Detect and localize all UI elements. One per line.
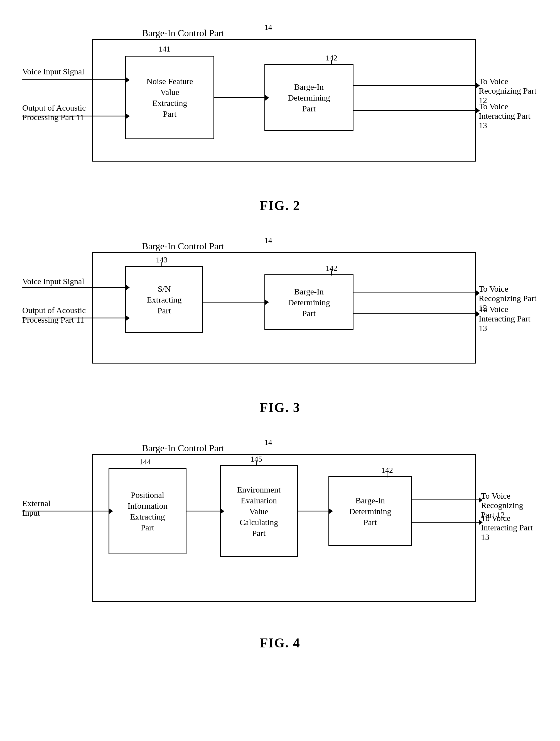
fig2-ref141: 141 bbox=[159, 45, 170, 54]
fig2-outer-label: Barge-In Control Part bbox=[142, 28, 224, 39]
fig4-outer-label: Barge-In Control Part bbox=[142, 443, 224, 454]
fig3-box143: S/N Extracting Part bbox=[125, 266, 203, 333]
fig4-input1-label: External Input bbox=[22, 499, 51, 518]
figure-4-section: Barge-In Control Part 14 Positional Info… bbox=[22, 437, 538, 651]
fig2-input2-label: Output of Acoustic Processing Part 11 bbox=[22, 103, 86, 122]
fig4-box144: Positional Information Extracting Part bbox=[108, 468, 186, 554]
fig3-out2-label: To Voice Interacting Part 13 bbox=[479, 305, 538, 333]
fig4-box145: Environment Evaluation Value Calculating… bbox=[220, 465, 298, 557]
fig2-leader14 bbox=[268, 30, 268, 40]
fig3-title: FIG. 3 bbox=[22, 400, 538, 415]
fig4-ref14: 14 bbox=[264, 438, 272, 447]
fig3-input2-label: Output of Acoustic Processing Part 11 bbox=[22, 306, 86, 325]
fig2-box141: Noise Feature Value Extracting Part bbox=[125, 56, 214, 139]
fig2-box142: Barge-In Determining Part bbox=[264, 64, 353, 131]
fig3-arrow-mid bbox=[203, 302, 265, 302]
fig2-input1-label: Voice Input Signal bbox=[22, 67, 84, 76]
fig2-ref14: 14 bbox=[264, 23, 272, 32]
fig2-out2-label: To Voice Interacting Part 13 bbox=[479, 102, 538, 130]
fig4-arrow-out1 bbox=[412, 499, 479, 500]
fig2-title: FIG. 2 bbox=[22, 198, 538, 213]
fig3-ref14: 14 bbox=[264, 236, 272, 245]
fig3-input1-label: Voice Input Signal bbox=[22, 277, 84, 286]
fig4-arrow-out2 bbox=[412, 522, 479, 523]
fig3-outer-label: Barge-In Control Part bbox=[142, 241, 224, 252]
fig3-leader142 bbox=[331, 270, 332, 275]
fig4-leader144 bbox=[145, 464, 145, 469]
fig4-leader142 bbox=[387, 472, 387, 477]
fig3-arrow-out2 bbox=[353, 314, 476, 314]
fig4-out2-label: To Voice Interacting Part 13 bbox=[481, 514, 538, 542]
fig3-leader14 bbox=[268, 243, 268, 253]
fig2-arrow-out2 bbox=[353, 110, 476, 111]
fig3-leader143 bbox=[161, 262, 162, 267]
fig3-box142: Barge-In Determining Part bbox=[264, 274, 353, 330]
fig2-arrow-mid bbox=[214, 97, 265, 98]
fig4-arrow-mid2 bbox=[298, 511, 329, 512]
fig2-diagram: Barge-In Control Part 14 Noise Feature V… bbox=[22, 22, 538, 189]
fig4-diagram: Barge-In Control Part 14 Positional Info… bbox=[22, 437, 538, 627]
figure-3-section: Barge-In Control Part 14 S/N Extracting … bbox=[22, 235, 538, 415]
fig4-box142: Barge-In Determining Part bbox=[328, 476, 412, 546]
fig3-arrow-out1 bbox=[353, 292, 476, 293]
fig2-leader142 bbox=[331, 60, 332, 65]
figure-2-section: Barge-In Control Part 14 Noise Feature V… bbox=[22, 22, 538, 213]
fig4-leader14 bbox=[268, 445, 268, 455]
fig2-leader141 bbox=[165, 52, 165, 57]
fig4-title: FIG. 4 bbox=[22, 635, 538, 651]
fig3-arrow-input1 bbox=[22, 287, 126, 288]
fig2-arrow-out1 bbox=[353, 85, 476, 86]
fig4-leader145 bbox=[256, 461, 257, 466]
fig4-arrow-mid1 bbox=[186, 511, 221, 512]
fig2-out1-label: To Voice Recognizing Part 12 bbox=[479, 77, 538, 105]
fig3-diagram: Barge-In Control Part 14 S/N Extracting … bbox=[22, 235, 538, 391]
fig2-arrow-input1 bbox=[22, 79, 126, 80]
